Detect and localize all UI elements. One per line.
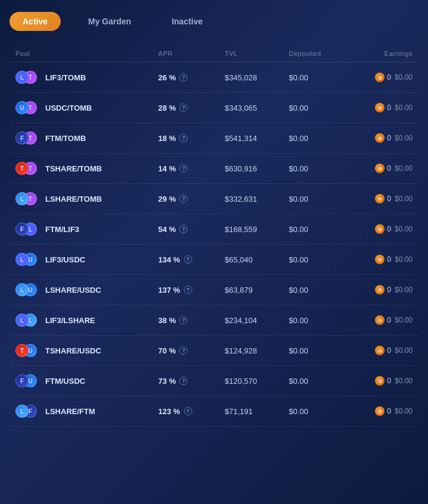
coin-icon: ◎ — [375, 103, 385, 112]
deposited-cell: $0.00 — [283, 366, 347, 396]
table-row[interactable]: F T FTM/TOMB 18 % ? $541,314$0.00 ◎ 0 $0… — [10, 123, 418, 154]
apr-cell: 29 % ? — [152, 184, 219, 214]
apr-help-icon[interactable]: ? — [179, 104, 188, 112]
pool-cell: L L LIF3/LSHARE — [10, 305, 152, 336]
deposited-cell: $0.00 — [283, 275, 347, 305]
tvl-cell: $630,916 — [218, 154, 283, 184]
coin-icon: ◎ — [375, 224, 385, 234]
table-row[interactable]: U T USDC/TOMB 28 % ? $343,065$0.00 ◎ 0 $… — [10, 93, 418, 123]
deposited-cell: $0.00 — [283, 245, 347, 275]
earnings-cell: ◎ 0 $0.00 — [347, 366, 418, 396]
apr-cell: 134 % ? — [152, 245, 219, 275]
pool-cell: L U LSHARE/USDC — [10, 275, 152, 305]
earnings-cell: ◎ 0 $0.00 — [347, 275, 418, 305]
table-row[interactable]: F L FTM/LIF3 54 % ? $168,559$0.00 ◎ 0 $0… — [10, 214, 418, 245]
deposited-header: Deposited — [283, 45, 347, 62]
apr-help-icon[interactable]: ? — [179, 346, 188, 355]
coin-icon: ◎ — [375, 406, 385, 416]
apr-cell: 26 % ? — [152, 62, 219, 93]
apr-help-icon[interactable]: ? — [184, 286, 192, 294]
deposited-cell: $0.00 — [283, 214, 347, 245]
apr-help-icon[interactable]: ? — [179, 195, 188, 203]
deposited-cell: $0.00 — [283, 184, 347, 214]
apr-cell: 54 % ? — [152, 214, 219, 245]
table-row[interactable]: T T TSHARE/TOMB 14 % ? $630,916$0.00 ◎ 0… — [10, 154, 418, 184]
tvl-cell: $343,065 — [218, 93, 283, 123]
earnings-cell: ◎ 0 $0.00 — [347, 336, 418, 366]
apr-header: APR — [152, 45, 219, 62]
pool-cell: L T LSHARE/TOMB — [10, 184, 152, 214]
deposited-cell: $0.00 — [283, 154, 347, 184]
tab-inactive[interactable]: Inactive — [158, 12, 215, 31]
apr-cell: 137 % ? — [152, 275, 219, 305]
pool-cell: U T USDC/TOMB — [10, 93, 152, 123]
earnings-cell: ◎ 0 $0.00 — [347, 396, 418, 427]
deposited-cell: $0.00 — [283, 123, 347, 154]
apr-help-icon[interactable]: ? — [184, 407, 192, 415]
apr-help-icon[interactable]: ? — [184, 255, 192, 264]
pool-cell: T T TSHARE/TOMB — [10, 154, 152, 184]
pool-cell: F U FTM/USDC — [10, 366, 152, 396]
pool-cell: F T FTM/TOMB — [10, 123, 152, 154]
pool-cell: T U TSHARE/USDC — [10, 336, 152, 366]
coin-icon: ◎ — [375, 164, 385, 173]
apr-help-icon[interactable]: ? — [179, 225, 188, 233]
apr-help-icon[interactable]: ? — [179, 164, 188, 173]
tvl-cell: $71,191 — [218, 396, 283, 427]
tvl-cell: $124,928 — [218, 336, 283, 366]
tvl-cell: $541,314 — [218, 123, 283, 154]
apr-help-icon[interactable]: ? — [179, 377, 188, 385]
earnings-cell: ◎ 0 $0.00 — [347, 305, 418, 336]
table-row[interactable]: L U LIF3/USDC 134 % ? $65,040$0.00 ◎ 0 $… — [10, 245, 418, 275]
tvl-cell: $332,631 — [218, 184, 283, 214]
table-row[interactable]: L T LIF3/TOMB 26 % ? $345,028$0.00 ◎ 0 $… — [10, 62, 418, 93]
apr-help-icon[interactable]: ? — [179, 134, 188, 142]
earnings-cell: ◎ 0 $0.00 — [347, 93, 418, 123]
earnings-cell: ◎ 0 $0.00 — [347, 184, 418, 214]
earnings-cell: ◎ 0 $0.00 — [347, 123, 418, 154]
earnings-cell: ◎ 0 $0.00 — [347, 214, 418, 245]
table-row[interactable]: L F LSHARE/FTM 123 % ? $71,191$0.00 ◎ 0 … — [10, 396, 418, 427]
page-container: ActiveMy GardenInactive Pool APR TVL Dep… — [0, 0, 428, 439]
apr-cell: 70 % ? — [152, 336, 219, 366]
deposited-cell: $0.00 — [283, 62, 347, 93]
tvl-cell: $63,879 — [218, 275, 283, 305]
table-row[interactable]: L T LSHARE/TOMB 29 % ? $332,631$0.00 ◎ 0… — [10, 184, 418, 214]
tab-bar: ActiveMy GardenInactive — [10, 12, 418, 31]
tvl-cell: $168,559 — [218, 214, 283, 245]
apr-cell: 73 % ? — [152, 366, 219, 396]
earnings-cell: ◎ 0 $0.00 — [347, 62, 418, 93]
coin-icon: ◎ — [375, 315, 385, 325]
pool-header: Pool — [10, 45, 152, 62]
apr-help-icon[interactable]: ? — [179, 73, 188, 82]
coin-icon: ◎ — [375, 346, 385, 355]
coin-icon: ◎ — [375, 376, 385, 386]
deposited-cell: $0.00 — [283, 93, 347, 123]
coin-icon: ◎ — [375, 285, 385, 295]
coin-icon: ◎ — [375, 255, 385, 264]
apr-cell: 14 % ? — [152, 154, 219, 184]
tvl-cell: $345,028 — [218, 62, 283, 93]
earnings-cell: ◎ 0 $0.00 — [347, 245, 418, 275]
deposited-cell: $0.00 — [283, 396, 347, 427]
earnings-cell: ◎ 0 $0.00 — [347, 154, 418, 184]
tab-active[interactable]: Active — [10, 12, 61, 31]
apr-help-icon[interactable]: ? — [179, 316, 188, 324]
table-row[interactable]: L L LIF3/LSHARE 38 % ? $234,104$0.00 ◎ 0… — [10, 305, 418, 336]
apr-cell: 18 % ? — [152, 123, 219, 154]
apr-cell: 123 % ? — [152, 396, 219, 427]
table-row[interactable]: F U FTM/USDC 73 % ? $120,570$0.00 ◎ 0 $0… — [10, 366, 418, 396]
pool-cell: L F LSHARE/FTM — [10, 396, 152, 427]
tab-my-garden[interactable]: My Garden — [75, 12, 144, 31]
table-header-row: Pool APR TVL Deposited Earnings — [10, 45, 418, 62]
apr-cell: 28 % ? — [152, 93, 219, 123]
table-row[interactable]: T U TSHARE/USDC 70 % ? $124,928$0.00 ◎ 0… — [10, 336, 418, 366]
deposited-cell: $0.00 — [283, 305, 347, 336]
apr-cell: 38 % ? — [152, 305, 219, 336]
pool-table: Pool APR TVL Deposited Earnings L T LIF3… — [10, 45, 418, 427]
pool-cell: L T LIF3/TOMB — [10, 62, 152, 93]
tvl-cell: $234,104 — [218, 305, 283, 336]
pool-cell: F L FTM/LIF3 — [10, 214, 152, 245]
table-row[interactable]: L U LSHARE/USDC 137 % ? $63,879$0.00 ◎ 0… — [10, 275, 418, 305]
tvl-header: TVL — [218, 45, 283, 62]
